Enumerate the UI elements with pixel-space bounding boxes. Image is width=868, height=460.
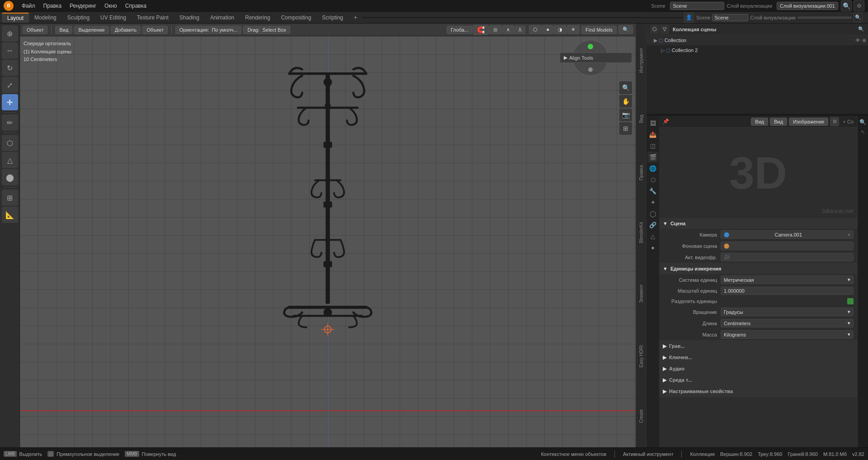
collection-cam-icon[interactable]: ⊕ — [862, 38, 866, 43]
view-layer-select-header[interactable] — [797, 17, 852, 19]
menu-render[interactable]: Рендеринг — [66, 2, 100, 10]
view-layer-input[interactable]: Слой визуализации.001 — [777, 2, 838, 10]
physics-prop-tab[interactable]: ◯ — [647, 208, 658, 219]
object-prop-tab[interactable]: ⬡ — [647, 174, 658, 185]
extra-tool[interactable]: 📐 — [2, 207, 18, 223]
data-prop-tab[interactable]: △ — [647, 231, 658, 242]
prop-display-btn[interactable]: ⊞ — [830, 117, 839, 126]
scene-section-header[interactable]: ▼ Сцена — [659, 218, 857, 229]
instrument-tab[interactable]: Инструмент — [639, 46, 644, 75]
camera-view-btn[interactable]: 📷 — [619, 109, 632, 121]
gravity-header[interactable]: ▶ Грав... — [659, 341, 857, 351]
global-local-btn[interactable]: Глоба... — [447, 26, 472, 34]
prop-view2-btn[interactable]: Вид — [770, 118, 787, 126]
collection-row[interactable]: ▶ □ Collection 👁 ⊕ — [646, 35, 868, 45]
transform-tool[interactable]: ✛ — [2, 94, 18, 110]
display-mode-btn[interactable]: ⊞ — [619, 122, 632, 135]
background-value[interactable]: ⬤ — [721, 242, 854, 250]
prop-search-icon[interactable]: 🔍 — [859, 118, 868, 127]
create-tab[interactable]: Create — [639, 408, 644, 425]
filter-header-button[interactable]: 🔍 — [854, 13, 863, 22]
wireframe-btn[interactable]: ⬡ — [529, 25, 542, 34]
outliner-filter-btn[interactable]: ▽ — [660, 25, 669, 34]
unit-system-dropdown[interactable]: Метрическая ▾ — [721, 275, 854, 284]
edit-mode-icon[interactable]: △ — [2, 152, 18, 168]
scene-name-input[interactable]: Scene — [670, 2, 724, 10]
cursor-tool[interactable]: ⊕ — [2, 25, 18, 42]
pan-btn[interactable]: ✋ — [619, 95, 632, 108]
outliner-filter-icon[interactable]: 🔍 — [858, 26, 864, 32]
tab-uv-editing[interactable]: UV Editing — [95, 13, 132, 22]
material-prop-tab[interactable]: ● — [647, 242, 658, 253]
scene-select-header[interactable]: Scene — [712, 14, 748, 21]
render-prop-tab[interactable]: 🖼 — [647, 118, 658, 128]
find-models-btn[interactable]: Find Models — [581, 26, 617, 34]
camera-clear-btn[interactable]: × — [848, 232, 850, 237]
tab-sculpting[interactable]: Sculpting — [62, 13, 95, 22]
search-scenes-button[interactable]: 🔍 — [841, 0, 852, 11]
onion-skin-btn[interactable]: /\ — [514, 26, 525, 34]
tab-layout[interactable]: Layout — [2, 13, 29, 23]
rendered-btn[interactable]: ☀ — [567, 25, 580, 34]
tab-add[interactable]: + — [349, 13, 363, 22]
keyframes-header[interactable]: ▶ Ключев... — [659, 352, 857, 363]
blenderkit-tab[interactable]: BlenderKit — [639, 220, 644, 245]
snap-btn[interactable]: 🧲 — [473, 25, 489, 35]
prop-cursor-icon[interactable]: ↖ — [859, 128, 868, 137]
menu-window[interactable]: Окно — [101, 2, 121, 10]
view-layer-prop-tab[interactable]: ◫ — [647, 140, 658, 151]
user-perspective-icon[interactable]: 👤 — [684, 12, 694, 23]
object-menu-btn[interactable]: Объект — [142, 26, 167, 34]
units-section-header[interactable]: ▼ Единицы измерения — [659, 263, 857, 274]
add-menu-btn[interactable]: Добавить — [111, 26, 141, 34]
unit-scale-input[interactable]: 1.000000 — [721, 287, 854, 295]
scale-tool[interactable]: ⤢ — [2, 77, 18, 93]
find-models-search[interactable]: 🔍 — [618, 25, 633, 34]
measure-tool[interactable]: ⊞ — [2, 190, 18, 206]
move-tool[interactable]: ↔ — [2, 43, 18, 59]
tab-scripting[interactable]: Scripting — [316, 13, 349, 22]
prop-pin-btn[interactable]: 📌 — [663, 119, 669, 124]
menu-help[interactable]: Справка — [122, 2, 150, 10]
tab-animation[interactable]: Animation — [205, 13, 240, 22]
constraints-prop-tab[interactable]: 🔗 — [647, 219, 658, 230]
outliner-mode-btn[interactable]: ⬡ — [650, 25, 659, 34]
proportional-edit-btn[interactable]: ◎ — [489, 25, 502, 34]
easy-hdri-tab[interactable]: Easy HDRI — [639, 343, 644, 369]
tab-compositing[interactable]: Compositing — [276, 13, 317, 22]
env-header[interactable]: ▶ Среда т... — [659, 375, 857, 385]
rightside-tab[interactable]: Правка — [639, 163, 644, 182]
view-tab[interactable]: Вид — [639, 113, 644, 125]
custom-props-header[interactable]: ▶ Настраиваемые свойства — [659, 386, 857, 397]
scene-prop-tab active[interactable]: 🎬 — [647, 152, 658, 162]
annotate-tool[interactable]: ✏ — [2, 114, 18, 131]
sculpt-mode-icon[interactable]: ⬤ — [2, 169, 18, 185]
tab-rendering[interactable]: Rendering — [240, 13, 275, 22]
tab-shading[interactable]: Shading — [174, 13, 205, 22]
video-value[interactable]: 🎥 — [721, 253, 854, 261]
view-menu-btn[interactable]: Вид — [55, 26, 72, 34]
collection-2-row[interactable]: ▷ □ Collection 2 — [646, 45, 868, 55]
collection-eye-icon[interactable]: 👁 — [855, 38, 860, 43]
drag-btn[interactable]: Drag: Select Box — [243, 26, 290, 34]
tab-modeling[interactable]: Modeling — [29, 13, 62, 22]
object-mode-btn[interactable]: Объект — [23, 26, 47, 34]
prop-view-btn[interactable]: Вид — [751, 118, 768, 126]
falloff-type-btn[interactable]: ∧ — [502, 25, 514, 34]
prop-image-btn[interactable]: Изображение — [789, 118, 828, 126]
menu-file[interactable]: Файл — [18, 2, 39, 10]
length-dropdown[interactable]: Centimeters ▾ — [721, 319, 854, 327]
select-menu-btn[interactable]: Выделение — [74, 26, 108, 34]
material-btn[interactable]: ◑ — [554, 25, 566, 34]
gizmo-nz-axis[interactable] — [588, 67, 593, 72]
object-mode-icon[interactable]: ⬡ — [2, 135, 18, 151]
mass-dropdown[interactable]: Kilograms ▾ — [721, 330, 854, 339]
rotate-tool[interactable]: ↻ — [2, 60, 18, 76]
menu-edit[interactable]: Правка — [40, 2, 66, 10]
viewport-canvas[interactable]: Спереди ортогональ (1) Коллекция сцены 1… — [20, 36, 636, 447]
orientation-btn[interactable]: Ориентация: По умолч... — [175, 26, 242, 34]
camera-value[interactable]: ⬤ Camera.001 × — [721, 230, 854, 239]
rotation-dropdown[interactable]: Градусы ▾ — [721, 308, 854, 316]
unit-separate-checkbox[interactable] — [847, 298, 854, 304]
options-button[interactable]: ⚙ — [854, 0, 864, 11]
